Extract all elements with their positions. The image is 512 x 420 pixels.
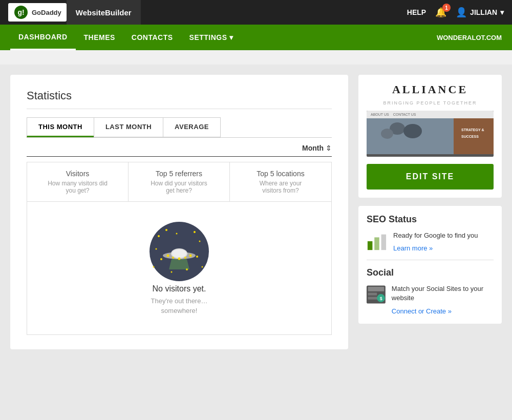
seo-card: SEO Status Ready for Google to find you …	[358, 206, 502, 324]
stats-col-visitors: Visitors How many visitors didyou get?	[27, 162, 129, 201]
stats-tabs: THIS MONTH LAST MONTH AVERAGE	[27, 117, 332, 138]
nav-contact: CONTACT US	[393, 113, 416, 116]
stats-panel: Statistics THIS MONTH LAST MONTH AVERAGE…	[10, 75, 348, 349]
nav-settings[interactable]: SETTINGS ▾	[181, 25, 242, 50]
site-tagline: BRINGING PEOPLE TOGETHER	[367, 100, 494, 106]
site-domain[interactable]: WONDERALOT.COM	[437, 34, 502, 41]
period-arrows[interactable]: ⇕	[326, 144, 332, 152]
tab-last-month[interactable]: LAST MONTH	[94, 117, 163, 137]
stats-col-locations: Top 5 locations Where are yourvisitors f…	[230, 162, 331, 201]
user-name: JILLIAN	[470, 8, 497, 16]
site-name: ALLIANCE	[367, 83, 494, 96]
col-locations-desc: Where are yourvisitors from?	[238, 180, 323, 194]
godaddy-logo[interactable]: g! GoDaddy	[8, 3, 67, 22]
stats-grid-header: Visitors How many visitors didyou get? T…	[27, 162, 331, 201]
social-status-text: Match your Social Sites to your website	[392, 284, 494, 303]
seo-title: SEO Status	[367, 214, 494, 225]
social-connect-link[interactable]: Connect or Create »	[392, 307, 452, 315]
col-referrers-title: Top 5 referrers	[137, 170, 221, 178]
site-preview-nav: ABOUT US CONTACT US	[367, 111, 494, 118]
svg-rect-33	[374, 237, 379, 250]
brand-bar: g! GoDaddy WebsiteBuilder HELP 🔔 1 👤 JIL…	[0, 0, 512, 25]
social-text-area: Match your Social Sites to your website …	[392, 284, 494, 315]
tab-average[interactable]: AVERAGE	[163, 117, 221, 137]
svg-point-5	[176, 233, 178, 235]
user-menu[interactable]: 👤 JILLIAN ▾	[456, 7, 504, 18]
godaddy-text: GoDaddy	[32, 9, 61, 16]
svg-point-6	[194, 231, 196, 233]
seo-bar-chart-icon	[367, 231, 387, 251]
col-locations-title: Top 5 locations	[238, 170, 323, 178]
user-icon: 👤	[456, 7, 467, 18]
svg-point-12	[202, 266, 203, 268]
user-chevron: ▾	[500, 8, 504, 16]
builder-label: WebsiteBuilder	[67, 0, 141, 25]
notification-count: 1	[442, 4, 451, 12]
seo-content: Ready for Google to find you Learn more …	[367, 231, 494, 253]
svg-text:STRATEGY &: STRATEGY &	[461, 128, 484, 132]
no-visitors-desc: They're out there…somewhere!	[148, 297, 210, 315]
col-visitors-title: Visitors	[35, 170, 120, 178]
svg-rect-36	[368, 287, 385, 291]
ufo-illustration	[148, 221, 210, 282]
svg-text:g!: g!	[17, 8, 24, 16]
svg-point-19	[167, 255, 169, 257]
settings-chevron: ▾	[229, 33, 233, 41]
svg-point-9	[160, 258, 162, 260]
help-label[interactable]: HELP	[407, 8, 426, 16]
nav-dashboard[interactable]: DASHBOARD	[10, 25, 76, 50]
stats-title: Statistics	[27, 89, 332, 102]
no-visitors-panel: No visitors yet. They're out there…somew…	[138, 211, 220, 325]
tab-this-month[interactable]: THIS MONTH	[27, 117, 94, 137]
social-title: Social	[367, 267, 494, 278]
svg-point-28	[381, 129, 393, 139]
site-preview-card: ALLIANCE BRINGING PEOPLE TOGETHER ABOUT …	[358, 75, 502, 198]
seo-learn-more-link[interactable]: Learn more »	[393, 244, 433, 252]
seo-text-area: Ready for Google to find you Learn more …	[393, 231, 478, 253]
svg-rect-34	[381, 235, 387, 250]
svg-text:SUCCESS: SUCCESS	[461, 135, 479, 138]
main-content: Statistics THIS MONTH LAST MONTH AVERAGE…	[0, 65, 512, 360]
social-content: $ Match your Social Sites to your websit…	[367, 284, 494, 315]
no-visitors-title: No visitors yet.	[148, 284, 210, 293]
svg-text:$: $	[380, 296, 382, 301]
svg-point-10	[153, 266, 155, 268]
svg-point-14	[171, 271, 173, 273]
svg-point-11	[196, 256, 198, 258]
sub-header	[0, 50, 512, 65]
svg-rect-32	[368, 241, 373, 250]
col-visitors-desc: How many visitors didyou get?	[35, 180, 120, 194]
period-label: Month	[302, 144, 324, 152]
col-referrers-desc: How did your visitorsget here?	[137, 180, 221, 194]
social-icon: $	[367, 284, 386, 305]
svg-point-27	[403, 124, 422, 138]
svg-point-17	[172, 249, 186, 258]
seo-divider	[367, 260, 494, 260]
svg-point-7	[199, 241, 201, 242]
svg-point-3	[158, 235, 160, 237]
svg-point-20	[172, 257, 174, 259]
stats-col-referrers: Top 5 referrers How did your visitorsget…	[129, 162, 230, 201]
month-selector: Month ⇕	[27, 144, 332, 157]
svg-point-23	[189, 255, 192, 257]
stats-grid: Visitors How many visitors didyou get? T…	[27, 162, 332, 335]
notification-area[interactable]: 🔔 1	[435, 7, 446, 18]
brand-bar-right: HELP 🔔 1 👤 JILLIAN ▾	[407, 7, 504, 18]
svg-point-4	[165, 229, 167, 231]
svg-marker-18	[169, 259, 189, 269]
svg-rect-37	[368, 293, 377, 296]
site-preview-image: ABOUT US CONTACT US S	[367, 111, 494, 157]
nav-themes[interactable]: THEMES	[76, 25, 123, 50]
stats-empty-state: No visitors yet. They're out there…somew…	[27, 201, 331, 334]
svg-point-22	[184, 257, 186, 259]
right-panel: ALLIANCE BRINGING PEOPLE TOGETHER ABOUT …	[358, 75, 502, 349]
nav-about: ABOUT US	[371, 113, 389, 116]
svg-point-21	[178, 258, 181, 260]
nav-contacts[interactable]: CONTACTS	[123, 25, 181, 50]
edit-site-button[interactable]: EDIT SITE	[367, 164, 494, 190]
svg-point-8	[156, 248, 157, 250]
seo-status-text: Ready for Google to find you	[393, 231, 478, 240]
preview-content-svg: STRATEGY & SUCCESS	[367, 118, 494, 154]
stats-divider	[27, 109, 332, 109]
nav-bar: DASHBOARD THEMES CONTACTS SETTINGS ▾ WON…	[0, 25, 512, 50]
